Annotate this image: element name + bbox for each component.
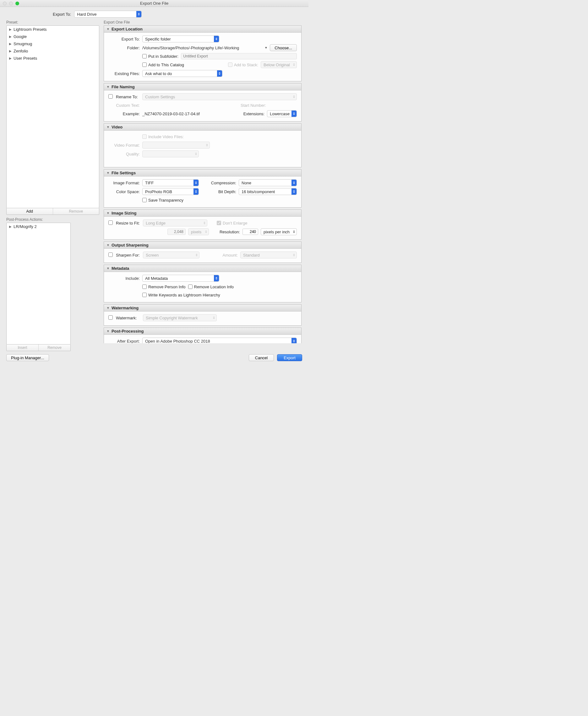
post-action-remove-button: Remove <box>39 344 70 351</box>
add-catalog-label: Add to This Catalog <box>148 63 184 67</box>
chevron-updown-icon <box>136 11 141 17</box>
metadata-include-select[interactable]: All Metadata <box>142 275 219 282</box>
cancel-button[interactable]: Cancel <box>249 354 274 361</box>
example-label: Example: <box>108 111 140 116</box>
chevron-updown-icon <box>211 315 216 321</box>
color-space-select[interactable]: ProPhoto RGB <box>142 188 199 195</box>
extensions-select[interactable]: Lowercase <box>267 110 297 117</box>
panel-file-settings: ▼File Settings Image Format: TIFF Compre… <box>104 169 301 208</box>
preset-list[interactable]: ▶Lightroom Presets ▶Google ▶Smugmug ▶Zen… <box>6 25 99 208</box>
video-quality-select <box>142 150 199 157</box>
dont-enlarge-checkbox <box>217 221 221 225</box>
bit-depth-select[interactable]: 16 bits/component <box>239 188 297 195</box>
disclosure-triangle-icon: ▼ <box>106 306 110 310</box>
chevron-updown-icon <box>193 151 198 157</box>
add-stack-checkbox <box>228 63 232 67</box>
dont-enlarge-label: Don't Enlarge <box>223 221 247 226</box>
panel-metadata: ▼Metadata Include: All Metadata Remove P… <box>104 265 301 302</box>
panel-output-sharpening: ▼Output Sharpening Sharpen For: Screen A… <box>104 241 301 263</box>
stack-position-select: Below Original <box>261 61 297 68</box>
image-format-label: Image Format: <box>108 181 140 185</box>
after-export-label: After Export: <box>108 339 140 343</box>
panel-watermarking: ▼Watermarking Watermark: Simple Copyrigh… <box>104 304 301 325</box>
example-value: _NZ74070-2019-03-02-17-04.tif <box>142 111 200 116</box>
watermark-checkbox[interactable] <box>108 315 113 320</box>
chevron-updown-icon <box>205 142 210 148</box>
write-keywords-checkbox[interactable] <box>142 293 147 297</box>
add-catalog-checkbox[interactable] <box>142 63 147 67</box>
sharpen-for-checkbox[interactable] <box>108 252 113 257</box>
chevron-down-icon[interactable]: ▼ <box>265 46 267 49</box>
rename-to-label: Rename To: <box>116 94 140 99</box>
panel-file-naming: ▼File Naming Rename To: Custom Settings … <box>104 83 301 122</box>
add-stack-label: Add to Stack: <box>234 63 258 67</box>
resolution-label: Resolution: <box>219 230 240 234</box>
export-button[interactable]: Export <box>277 354 302 361</box>
panel-header[interactable]: ▼Output Sharpening <box>104 242 301 249</box>
post-actions-list[interactable]: ▶LR/Mogrify 2 <box>6 223 71 344</box>
panel-header[interactable]: ▼Watermarking <box>104 304 301 312</box>
panel-header[interactable]: ▼Post-Processing <box>104 328 301 335</box>
preset-remove-button: Remove <box>53 208 99 214</box>
preset-item[interactable]: ▶Google <box>6 33 99 40</box>
chevron-updown-icon <box>202 220 207 226</box>
preset-add-button[interactable]: Add <box>6 208 53 214</box>
color-space-label: Color Space: <box>108 189 140 194</box>
disclosure-triangle-icon: ▶ <box>9 42 12 45</box>
extensions-label: Extensions: <box>244 111 265 116</box>
existing-files-select[interactable]: Ask what to do <box>142 70 223 77</box>
video-format-label: Video Format: <box>108 143 140 148</box>
save-transparency-checkbox[interactable] <box>142 198 147 202</box>
compression-select[interactable]: None <box>239 179 297 186</box>
custom-text-label: Custom Text: <box>108 103 140 108</box>
resolution-unit-select[interactable]: pixels per inch <box>261 228 297 235</box>
preset-item[interactable]: ▶Lightroom Presets <box>6 26 99 33</box>
post-action-item[interactable]: ▶LR/Mogrify 2 <box>6 223 70 230</box>
choose-folder-button[interactable]: Choose... <box>270 44 297 51</box>
chevron-updown-icon <box>292 93 296 100</box>
chevron-updown-icon <box>292 252 296 258</box>
preset-item[interactable]: ▶Zenfolio <box>6 47 99 55</box>
disclosure-triangle-icon: ▶ <box>9 57 12 60</box>
remove-location-label: Remove Location Info <box>194 285 234 289</box>
preset-item[interactable]: ▶Smugmug <box>6 40 99 47</box>
panel-header[interactable]: ▼File Settings <box>104 170 301 176</box>
disclosure-triangle-icon: ▼ <box>106 330 110 333</box>
remove-person-checkbox[interactable] <box>142 285 147 289</box>
rename-to-checkbox[interactable] <box>108 94 113 99</box>
image-format-select[interactable]: TIFF <box>142 179 199 186</box>
size-unit-select: pixels <box>188 228 209 235</box>
write-keywords-label: Write Keywords as Lightroom Hierarchy <box>148 293 220 297</box>
panel-header[interactable]: ▼File Naming <box>104 84 301 90</box>
disclosure-triangle-icon: ▼ <box>106 125 110 129</box>
disclosure-triangle-icon: ▼ <box>106 244 110 247</box>
put-subfolder-checkbox[interactable] <box>142 54 147 58</box>
panel-header[interactable]: ▼Video <box>104 124 301 131</box>
panel-header[interactable]: ▼Export Location <box>104 26 301 33</box>
subfolder-input <box>181 53 297 59</box>
window-title: Export One File <box>0 1 309 6</box>
disclosure-triangle-icon: ▶ <box>9 35 12 38</box>
remove-person-label: Remove Person Info <box>148 285 186 289</box>
chevron-updown-icon <box>292 180 296 186</box>
after-export-select[interactable]: Open in Adobe Photoshop CC 2018 <box>142 338 297 343</box>
resolution-input[interactable] <box>243 229 258 235</box>
chevron-updown-icon <box>193 180 198 186</box>
plugin-manager-button[interactable]: Plug-in Manager... <box>6 354 49 361</box>
chevron-updown-icon <box>193 188 198 195</box>
panel-image-sizing: ▼Image Sizing Resize to Fit: Long Edge D… <box>104 209 301 239</box>
panel-header[interactable]: ▼Metadata <box>104 265 301 272</box>
chevron-updown-icon <box>292 62 296 68</box>
export-to-folder-select[interactable]: Specific folder <box>142 36 219 42</box>
resize-to-fit-checkbox[interactable] <box>108 220 113 225</box>
panel-header[interactable]: ▼Image Sizing <box>104 210 301 217</box>
folder-label: Folder: <box>108 45 140 50</box>
export-to-value: Hard Drive <box>77 12 97 17</box>
preset-item[interactable]: ▶User Presets <box>6 55 99 62</box>
save-transparency-label: Save Transparency <box>148 198 184 203</box>
include-label: Include: <box>108 276 140 281</box>
remove-location-checkbox[interactable] <box>188 285 192 289</box>
video-quality-label: Quality: <box>108 152 140 156</box>
chevron-updown-icon <box>292 110 296 117</box>
export-to-select[interactable]: Hard Drive <box>74 11 142 18</box>
